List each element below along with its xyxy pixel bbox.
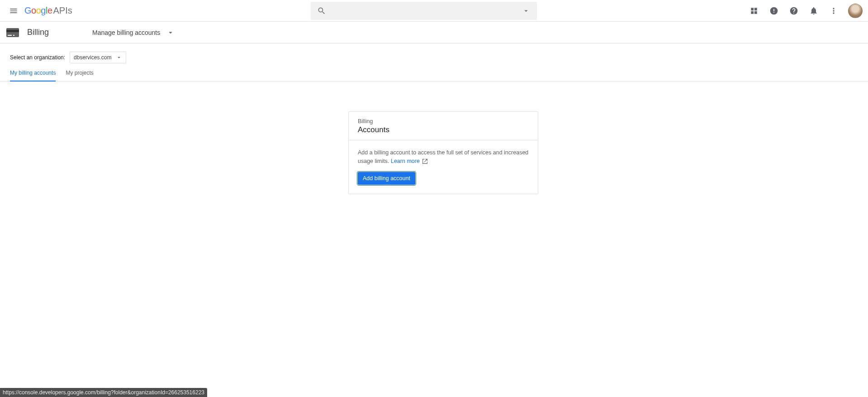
account-avatar[interactable]: [848, 4, 863, 18]
hamburger-menu-button[interactable]: [5, 3, 22, 19]
search-icon: [314, 6, 329, 15]
search-dropdown-button[interactable]: [519, 7, 533, 15]
top-actions: [745, 0, 863, 22]
add-billing-account-button[interactable]: Add billing account: [358, 172, 415, 185]
sub-header: Billing Manage billing accounts: [0, 22, 868, 43]
google-logo-text: Google: [24, 5, 52, 16]
organization-selected-value: dbservices.com: [74, 54, 111, 61]
billing-icon: [6, 28, 19, 37]
caret-down-icon: [522, 7, 530, 15]
tab-my-billing-accounts[interactable]: My billing accounts: [10, 70, 56, 81]
caret-down-icon: [116, 54, 122, 61]
search-bar[interactable]: [311, 2, 537, 20]
menu-icon: [9, 6, 18, 15]
external-link-icon: [422, 158, 428, 164]
tab-label: My projects: [66, 70, 93, 76]
learn-more-link[interactable]: Learn more: [391, 158, 428, 164]
card-title: Accounts: [358, 125, 529, 134]
alert-icon: [769, 6, 778, 15]
status-bar-url: https://console.developers.google.com/bi…: [0, 388, 207, 397]
manage-billing-label: Manage billing accounts: [92, 29, 160, 36]
overflow-menu-button[interactable]: [825, 2, 843, 20]
tab-label: My billing accounts: [10, 70, 56, 76]
card-body: Add a billing account to access the full…: [349, 140, 538, 194]
notifications-button[interactable]: [805, 2, 823, 20]
google-apis-logo[interactable]: Google APIs: [24, 5, 72, 16]
top-header: Google APIs: [0, 0, 868, 22]
caret-down-icon: [166, 29, 175, 37]
organization-selector-row: Select an organization: dbservices.com: [0, 43, 868, 63]
bell-icon: [809, 6, 818, 15]
apis-label: APIs: [53, 5, 72, 16]
billing-accounts-card: Billing Accounts Add a billing account t…: [348, 111, 538, 194]
billing-tabs: My billing accounts My projects: [0, 70, 868, 81]
help-button[interactable]: [785, 2, 803, 20]
gift-icon: [749, 6, 759, 15]
card-header: Billing Accounts: [349, 112, 538, 140]
card-description: Add a billing account to access the full…: [358, 148, 529, 166]
alert-button[interactable]: [765, 2, 783, 20]
tab-my-projects[interactable]: My projects: [66, 70, 93, 81]
gift-button[interactable]: [745, 2, 763, 20]
help-icon: [789, 6, 798, 15]
card-eyebrow: Billing: [358, 118, 529, 124]
organization-label: Select an organization:: [10, 54, 65, 61]
more-vert-icon: [829, 6, 838, 15]
organization-select[interactable]: dbservices.com: [70, 52, 126, 63]
page-title: Billing: [27, 28, 49, 37]
manage-billing-accounts-dropdown[interactable]: Manage billing accounts: [92, 29, 175, 37]
learn-more-label: Learn more: [391, 158, 420, 164]
card-description-text: Add a billing account to access the full…: [358, 149, 528, 164]
search-input[interactable]: [329, 7, 519, 14]
